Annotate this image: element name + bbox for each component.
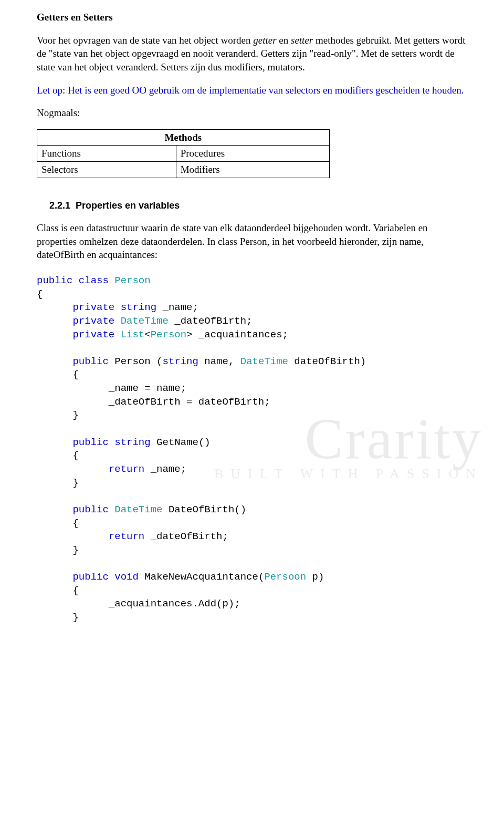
table-row: Selectors Modifiers — [37, 162, 330, 178]
note-text: Let op: Het is een goed OO gebruik om de… — [37, 84, 467, 97]
table-cell: Procedures — [176, 146, 329, 162]
table-cell: Selectors — [37, 162, 176, 178]
italic-setter: setter — [291, 35, 313, 46]
paragraph-properties: Class is een datastructuur waarin de sta… — [37, 221, 467, 262]
methods-table: Methods Functions Procedures Selectors M… — [37, 129, 330, 178]
code-block: public class Person { private string _na… — [37, 274, 467, 625]
page-title: Getters en Setters — [37, 11, 467, 24]
subsection-number: 2.2.1 — [49, 200, 70, 211]
nogmaals-label: Nogmaals: — [37, 106, 467, 120]
paragraph-intro: Voor het opvragen van de state van het o… — [37, 34, 467, 74]
text: Voor het opvragen van de state van het o… — [37, 35, 253, 46]
table-cell: Functions — [37, 146, 176, 162]
subsection-title: Properties en variables — [76, 200, 180, 211]
text: en — [277, 35, 291, 46]
subsection-heading: 2.2.1 Properties en variables — [49, 199, 467, 212]
table-cell: Modifiers — [176, 162, 329, 178]
table-row: Functions Procedures — [37, 146, 330, 162]
table-header-row: Methods — [37, 129, 330, 146]
table-header: Methods — [37, 129, 330, 146]
italic-getter: getter — [253, 35, 276, 46]
